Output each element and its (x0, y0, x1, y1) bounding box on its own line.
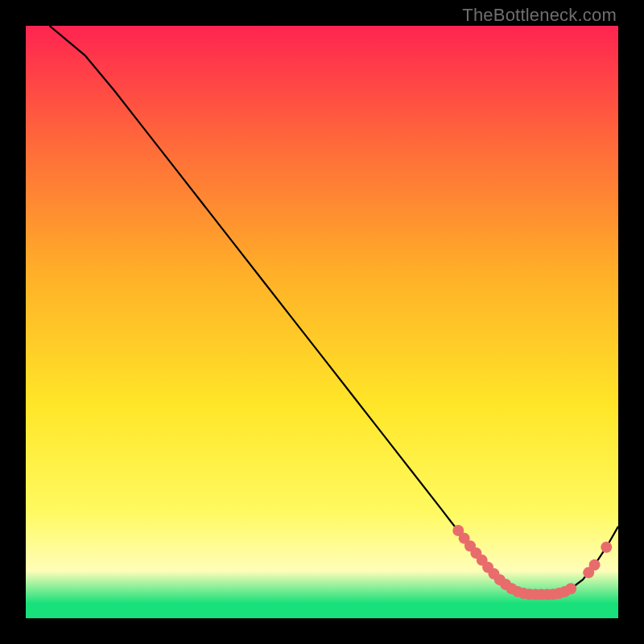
watermark-text: TheBottleneck.com (462, 5, 617, 26)
highlight-marker (589, 559, 601, 571)
gradient-background (26, 26, 618, 618)
highlight-marker (601, 542, 612, 553)
plot-area (26, 26, 618, 618)
highlight-marker (565, 583, 576, 594)
chart-container: TheBottleneck.com (0, 0, 644, 644)
chart-svg (26, 26, 618, 618)
